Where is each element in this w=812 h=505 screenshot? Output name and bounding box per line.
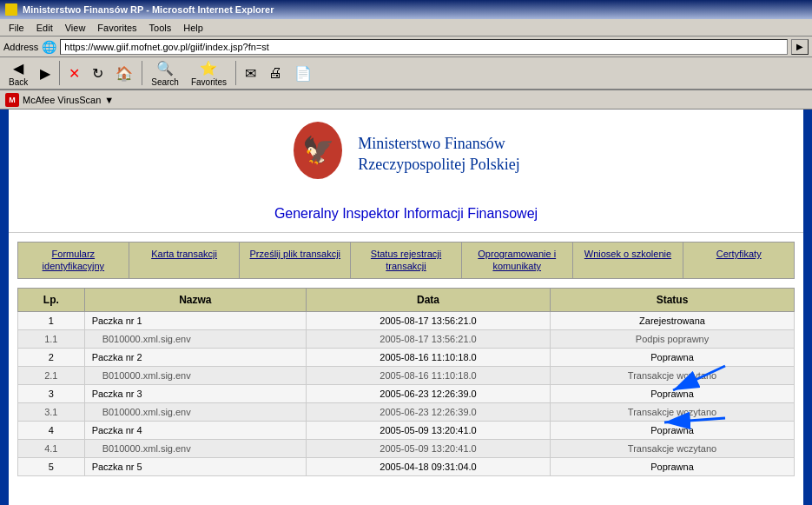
window-title: Ministerstwo Finansów RP - Microsoft Int…: [23, 4, 274, 15]
print-button[interactable]: 🖨: [263, 63, 287, 83]
address-label: Address: [3, 42, 38, 52]
table-row: 3Paczka nr 32005-06-23 12:26:39.0Poprawn…: [18, 384, 795, 402]
ministry-line2: Rzeczypospolitej Polskiej: [358, 156, 519, 173]
cell-data: 2005-05-09 13:20:41.0: [307, 439, 551, 457]
back-button[interactable]: ◀ Back: [3, 58, 33, 89]
forward-icon: ▶: [40, 65, 50, 82]
search-label: Search: [151, 77, 179, 87]
address-go-button[interactable]: ▶: [791, 39, 809, 55]
menu-help[interactable]: Help: [178, 21, 208, 35]
cell-lp: 3.1: [18, 402, 85, 421]
cell-lp: 4.1: [18, 439, 85, 457]
search-button[interactable]: 🔍 Search: [146, 58, 184, 89]
menu-view[interactable]: View: [60, 21, 91, 35]
toolbar-sep-3: [235, 61, 236, 85]
cell-data: 2005-08-17 13:56:21.0: [307, 311, 551, 329]
cell-lp: 2: [18, 348, 85, 366]
menu-file[interactable]: File: [3, 21, 30, 35]
cell-data: 2005-06-23 12:26:39.0: [307, 402, 551, 421]
cell-lp: 1: [18, 311, 85, 329]
menu-favorites[interactable]: Favorites: [92, 21, 142, 35]
tab-przeslij[interactable]: Prześlij plik transakcji: [240, 243, 351, 278]
cell-data: 2005-04-18 09:31:04.0: [307, 457, 551, 475]
table-row: 2.1B010000.xml.sig.env2005-08-16 11:10:1…: [18, 366, 795, 384]
favorites-label: Favorites: [191, 77, 227, 87]
tab-status[interactable]: Status rejestracji transakcji: [351, 243, 462, 278]
mail-button[interactable]: ✉: [240, 63, 261, 83]
cell-nazwa: Paczka nr 1: [84, 311, 306, 329]
cell-status: Zarejestrowana: [551, 311, 795, 329]
favorites-button[interactable]: ⭐ Favorites: [186, 58, 232, 89]
cell-status: Poprawna: [551, 457, 795, 475]
cell-lp: 4: [18, 421, 85, 439]
cell-lp: 5: [18, 457, 85, 475]
favorites-icon: ⭐: [200, 60, 217, 76]
cell-data: 2005-06-23 12:26:39.0: [307, 384, 551, 402]
tab-wniosek[interactable]: Wniosek o szkolenie: [573, 243, 684, 278]
ministry-line1: Ministerstwo Finansów: [358, 135, 505, 152]
cell-status: Transakcje wczytano: [551, 402, 795, 421]
table-row: 1.1B010000.xml.sig.env2005-08-17 13:56:2…: [18, 329, 795, 348]
tab-karta[interactable]: Karta transakcji: [129, 243, 241, 278]
table-container: Lp. Nazwa Data Status 1Paczka nr 12005-0…: [9, 288, 803, 485]
mcafee-label: McAfee VirusScan: [23, 95, 101, 105]
tab-certyfikaty[interactable]: Certyfikaty: [683, 243, 794, 278]
content-inner: 🦅 Ministerstwo Finansów Rzeczypospolitej…: [9, 110, 803, 505]
home-button[interactable]: 🏠: [110, 63, 138, 83]
cell-lp: 2.1: [18, 366, 85, 384]
nav-tabs: Formularz identyfikacyjny Karta transakc…: [17, 242, 795, 279]
toolbar-sep-2: [142, 61, 142, 85]
cell-status: Poprawna: [551, 421, 795, 439]
cell-data: 2005-08-16 11:10:18.0: [307, 366, 551, 384]
mcafee-dropdown-icon[interactable]: ▼: [104, 95, 114, 105]
edit-icon: 📄: [294, 65, 312, 82]
cell-status: Transakcje wczytano: [551, 439, 795, 457]
back-label: Back: [9, 77, 28, 87]
ie-icon: [5, 3, 17, 16]
table-row: 4Paczka nr 42005-05-09 13:20:41.0Poprawn…: [18, 421, 795, 439]
col-header-status: Status: [551, 288, 795, 311]
search-icon: 🔍: [156, 60, 174, 76]
cell-nazwa: Paczka nr 5: [84, 457, 306, 475]
title-bar: Ministerstwo Finansów RP - Microsoft Int…: [0, 0, 812, 19]
coat-of-arms: 🦅: [292, 120, 344, 189]
toolbar-sep-1: [59, 61, 60, 85]
mcafee-bar: M McAfee VirusScan ▼: [0, 90, 812, 110]
nav-tabs-container: Formularz identyfikacyjny Karta transakc…: [9, 233, 803, 279]
toolbar: ◀ Back ▶ ✕ ↻ 🏠 🔍 Search ⭐ Favorites ✉ 🖨 …: [0, 57, 812, 90]
menu-tools[interactable]: Tools: [144, 21, 177, 35]
data-table: Lp. Nazwa Data Status 1Paczka nr 12005-0…: [17, 288, 795, 476]
refresh-button[interactable]: ↻: [87, 63, 109, 83]
forward-button[interactable]: ▶: [35, 63, 56, 83]
menu-bar: File Edit View Favorites Tools Help: [0, 19, 812, 37]
table-row: 2Paczka nr 22005-08-16 11:10:18.0Poprawn…: [18, 348, 795, 366]
cell-nazwa: Paczka nr 4: [84, 421, 306, 439]
tab-oprogramowanie[interactable]: Oprogramowanie i komunikaty: [462, 243, 573, 278]
stop-icon: ✕: [69, 65, 80, 82]
address-bar: Address 🌐 ▶: [0, 37, 812, 57]
table-row: 1Paczka nr 12005-08-17 13:56:21.0Zarejes…: [18, 311, 795, 329]
table-row: 4.1B010000.xml.sig.env2005-05-09 13:20:4…: [18, 439, 795, 457]
mail-icon: ✉: [245, 65, 256, 82]
cell-data: 2005-08-16 11:10:18.0: [307, 348, 551, 366]
cell-lp: 1.1: [18, 329, 85, 348]
menu-edit[interactable]: Edit: [31, 21, 58, 35]
col-header-nazwa: Nazwa: [84, 288, 306, 311]
page-content: 🦅 Ministerstwo Finansów Rzeczypospolitej…: [0, 110, 812, 505]
page-header: 🦅 Ministerstwo Finansów Rzeczypospolitej…: [9, 110, 803, 199]
cell-nazwa: Paczka nr 3: [84, 384, 306, 402]
address-icon: 🌐: [42, 40, 56, 54]
edit-button[interactable]: 📄: [289, 63, 317, 83]
col-header-lp: Lp.: [18, 288, 85, 311]
mcafee-icon: M: [5, 93, 19, 107]
giif-title: Generalny Inspektor Informacji Finansowe…: [9, 199, 803, 233]
cell-nazwa: B010000.xml.sig.env: [84, 402, 306, 421]
address-input[interactable]: [60, 39, 788, 55]
back-icon: ◀: [13, 60, 23, 76]
cell-nazwa: B010000.xml.sig.env: [84, 366, 306, 384]
refresh-icon: ↻: [92, 65, 103, 82]
tab-formularz[interactable]: Formularz identyfikacyjny: [18, 243, 129, 278]
cell-status: Podpis poprawny: [551, 329, 795, 348]
stop-button[interactable]: ✕: [63, 63, 85, 83]
print-icon: 🖨: [268, 65, 282, 81]
